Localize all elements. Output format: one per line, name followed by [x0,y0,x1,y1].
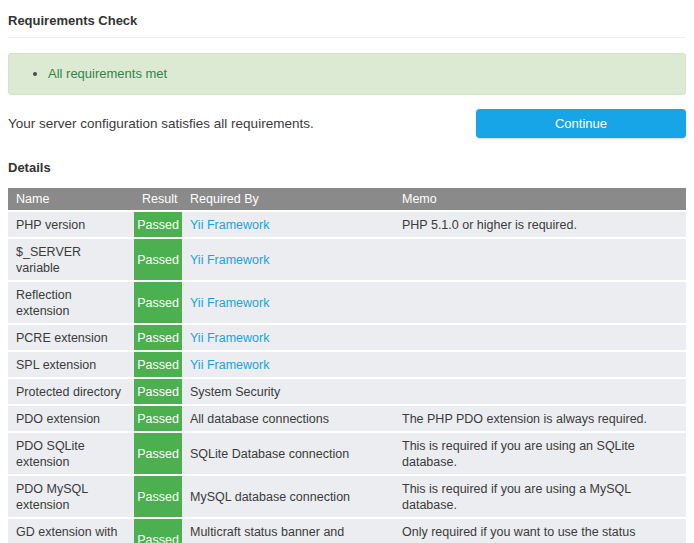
table-row: $_SERVER variable Passed Yii Framework [8,239,686,282]
requirement-memo [394,325,686,352]
required-by-cell: Yii Framework [182,325,394,352]
column-header-memo: Memo [394,188,686,212]
title-divider [8,37,686,38]
details-title: Details [8,160,686,175]
required-by-cell: System Security [182,379,394,406]
required-by-cell: Yii Framework [182,282,394,325]
required-by: SQLite Database connection [190,447,349,461]
requirement-memo: Only required if you want to use the sta… [394,519,686,543]
passed-badge: Passed [134,352,182,379]
requirements-table: Name Result Required By Memo PHP version… [8,188,686,543]
requirement-name: PCRE extension [8,325,134,352]
required-by-link[interactable]: Yii Framework [190,253,269,267]
requirement-name: Protected directory [8,379,134,406]
requirement-memo: This is required if you are using an SQL… [394,433,686,476]
required-by: MySQL database connection [190,490,350,504]
required-by-link[interactable]: Yii Framework [190,218,269,232]
required-by: Multicraft status banner and registratio… [190,525,344,543]
passed-badge: Passed [134,282,182,325]
passed-badge: Passed [134,325,182,352]
table-row: Reflection extension Passed Yii Framewor… [8,282,686,325]
page-title: Requirements Check [8,13,686,28]
success-alert: All requirements met [8,53,686,95]
continue-button[interactable]: Continue [476,109,686,138]
required-by-link[interactable]: Yii Framework [190,296,269,310]
table-row: GD extension with FreeType support Passe… [8,519,686,543]
requirement-name: $_SERVER variable [8,239,134,282]
requirement-name: PDO MySQL extension [8,476,134,519]
table-row: PDO extension Passed All database connec… [8,406,686,433]
required-by-cell: MySQL database connection [182,476,394,519]
requirement-name: PHP version [8,212,134,239]
table-row: PDO SQLite extension Passed SQLite Datab… [8,433,686,476]
required-by-cell: Multicraft status banner and registratio… [182,519,394,543]
column-header-result: Result [134,188,182,212]
requirement-memo [394,239,686,282]
table-header-row: Name Result Required By Memo [8,188,686,212]
requirement-name: Reflection extension [8,282,134,325]
requirement-memo [394,352,686,379]
table-row: PCRE extension Passed Yii Framework [8,325,686,352]
table-row: SPL extension Passed Yii Framework [8,352,686,379]
requirement-memo: This is required if you are using a MySQ… [394,476,686,519]
table-row: PHP version Passed Yii Framework PHP 5.1… [8,212,686,239]
passed-badge: Passed [134,476,182,519]
column-header-name: Name [8,188,134,212]
required-by-link[interactable]: Yii Framework [190,331,269,345]
required-by-cell: Yii Framework [182,352,394,379]
summary-row: Your server configuration satisfies all … [8,109,686,138]
passed-badge: Passed [134,212,182,239]
required-by: All database connections [190,412,329,426]
table-header: Name Result Required By Memo [8,188,686,212]
requirement-name: PDO extension [8,406,134,433]
requirement-memo [394,379,686,406]
required-by-cell: SQLite Database connection [182,433,394,476]
passed-badge: Passed [134,519,182,543]
required-by-cell: All database connections [182,406,394,433]
requirements-table-body: PHP version Passed Yii Framework PHP 5.1… [8,212,686,543]
table-row: PDO MySQL extension Passed MySQL databas… [8,476,686,519]
required-by-cell: Yii Framework [182,239,394,282]
required-by-cell: Yii Framework [182,212,394,239]
requirement-name: GD extension with FreeType support [8,519,134,543]
requirement-memo [394,282,686,325]
requirement-memo: PHP 5.1.0 or higher is required. [394,212,686,239]
requirement-name: PDO SQLite extension [8,433,134,476]
passed-badge: Passed [134,379,182,406]
passed-badge: Passed [134,433,182,476]
column-header-required-by: Required By [182,188,394,212]
required-by-link[interactable]: Yii Framework [190,358,269,372]
requirements-page: Requirements Check All requirements met … [0,13,694,543]
requirement-memo: The PHP PDO extension is always required… [394,406,686,433]
alert-list: All requirements met [24,65,670,83]
requirement-name: SPL extension [8,352,134,379]
required-by: System Security [190,385,280,399]
passed-badge: Passed [134,406,182,433]
summary-text: Your server configuration satisfies all … [8,116,314,131]
table-row: Protected directory Passed System Securi… [8,379,686,406]
alert-item: All requirements met [48,65,670,83]
passed-badge: Passed [134,239,182,282]
